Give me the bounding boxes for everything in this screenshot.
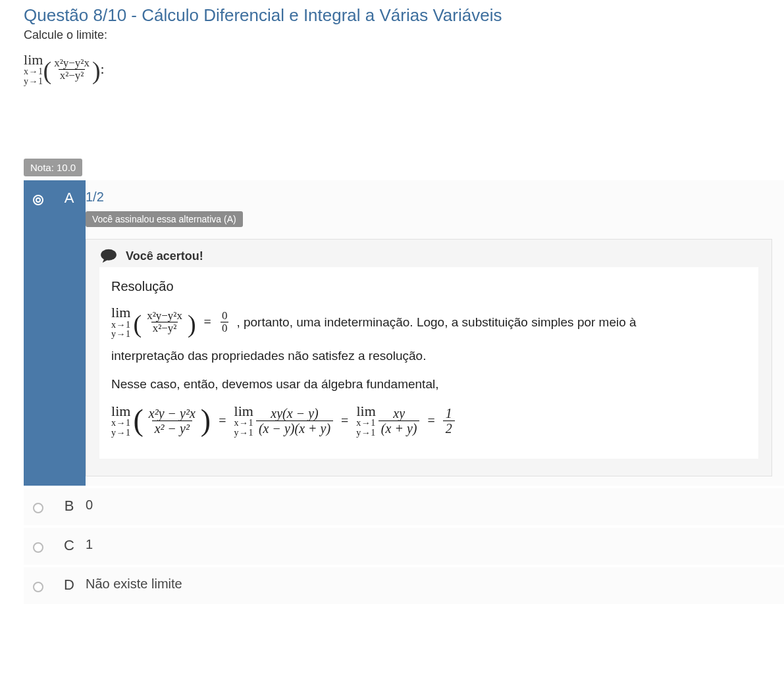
alt-letter: D (53, 567, 86, 604)
question-prompt: Calcule o limite: (24, 28, 784, 42)
feedback-section-title: Resolução (111, 276, 746, 297)
feedback-correct-label: Você acertou! (126, 249, 203, 263)
alt-letter: C (53, 528, 86, 565)
score-badge: Nota: 10.0 (24, 159, 82, 176)
alt-answer-c: 1 (86, 528, 784, 565)
alt-answer-a: 1/2 (86, 190, 772, 205)
feedback-body: Resolução lim x→1 y→1 ( x²y−y²x x²−y² ) (99, 267, 758, 459)
lim-sub-x: x→1 (24, 67, 43, 77)
alternative-b[interactable]: B 0 (24, 488, 784, 528)
lim-numerator: x²y−y²x (53, 57, 91, 69)
alt-letter: B (53, 488, 86, 525)
lim-denominator: x²−y² (59, 69, 86, 82)
svg-point-0 (101, 249, 117, 261)
marked-alternative-badge: Você assinalou essa alternativa (A) (86, 211, 243, 227)
radio-b[interactable] (33, 503, 43, 513)
lim-label: lim (24, 52, 43, 67)
radio-d[interactable] (33, 582, 43, 592)
feedback-step2: lim x→1 y→1 ( x²y − y²x x² − y² ) = lim (111, 403, 746, 438)
feedback-line2: interpretação das propriedades não satis… (111, 346, 746, 365)
feedback-box: Você acertou! Resolução lim x→1 y→1 ( x²… (86, 239, 772, 476)
radio-c[interactable] (33, 542, 43, 553)
lim-sub-y: y→1 (24, 77, 43, 87)
feedback-step1: lim x→1 y→1 ( x²y−y²x x²−y² ) = 0 (111, 305, 746, 339)
alternatives-list: A 1/2 Você assinalou essa alternativa (A… (24, 180, 784, 607)
alternative-d[interactable]: D Não existe limite (24, 567, 784, 607)
lim-trailing: : (101, 61, 105, 78)
alt-letter: A (53, 180, 86, 486)
alternative-a[interactable]: A 1/2 Você assinalou essa alternativa (A… (24, 180, 784, 488)
alternative-c[interactable]: C 1 (24, 528, 784, 567)
feedback-line3: Nesse caso, então, devemos usar da álgeb… (111, 374, 746, 394)
question-limit-expression: lim x→1 y→1 ( x²y−y²x x²−y² ): (24, 51, 784, 86)
alt-answer-d: Não existe limite (86, 567, 784, 604)
speech-bubble-icon (99, 249, 118, 263)
radio-a[interactable] (33, 195, 43, 205)
alt-answer-b: 0 (86, 488, 784, 525)
question-title: Questão 8/10 - Cálculo Diferencial e Int… (24, 5, 784, 26)
